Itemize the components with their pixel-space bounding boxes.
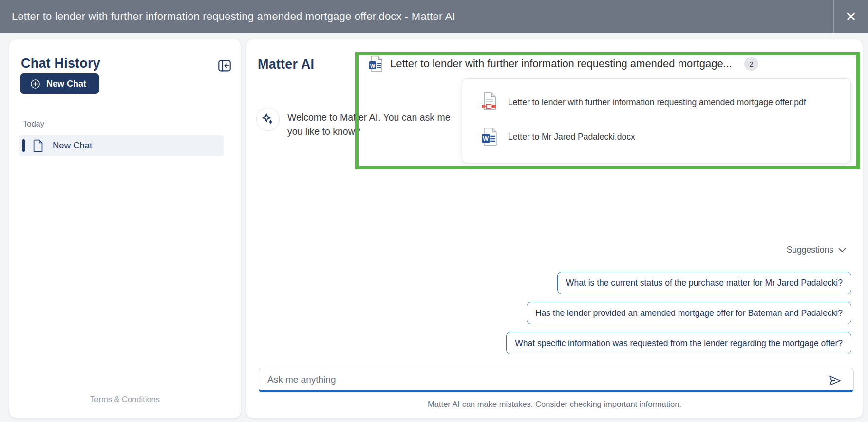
ask-input[interactable] xyxy=(259,368,854,392)
new-chat-button[interactable]: New Chat xyxy=(20,73,99,94)
attachment-count-badge[interactable]: 2 xyxy=(744,57,758,71)
word-file-icon: W xyxy=(368,55,383,72)
new-chat-button-label: New Chat xyxy=(46,79,86,89)
document-icon xyxy=(32,139,43,152)
send-button[interactable] xyxy=(825,373,845,388)
matter-ai-title: Matter AI xyxy=(258,57,314,72)
terms-and-conditions-link[interactable]: Terms & Conditions xyxy=(9,395,241,404)
attachment-item-pdf[interactable]: Letter to lender with further informatio… xyxy=(481,92,806,112)
window-title: Letter to lender with further informatio… xyxy=(12,10,455,23)
welcome-text-line2: you like to know? xyxy=(287,125,451,139)
suggestions-toggle[interactable]: Suggestions xyxy=(787,245,846,255)
disclaimer-text: Matter AI can make mistakes. Consider ch… xyxy=(246,400,863,409)
suggestion-button-1[interactable]: What is the current status of the purcha… xyxy=(557,272,851,294)
svg-text:W: W xyxy=(370,63,376,69)
chat-history-title: Chat History xyxy=(21,56,100,71)
chevron-down-icon xyxy=(838,248,846,253)
history-section-label: Today xyxy=(23,119,44,128)
attachments-dropdown: Letter to lender with further informatio… xyxy=(462,78,851,163)
pdf-file-icon xyxy=(481,92,497,112)
svg-text:W: W xyxy=(483,136,489,143)
attachment-name: Letter to lender with further informatio… xyxy=(508,97,806,108)
chat-item-label: New Chat xyxy=(53,140,92,151)
chat-history-panel: Chat History New Chat Today xyxy=(9,39,241,418)
assistant-avatar xyxy=(256,108,280,131)
active-chat-accent-bar xyxy=(22,139,25,152)
attached-document-title: Letter to lender with further informatio… xyxy=(390,57,732,70)
welcome-text-line1: Welcome to Matter AI. You can ask me xyxy=(287,110,451,125)
collapse-sidebar-button[interactable] xyxy=(216,58,233,75)
send-icon xyxy=(828,374,842,387)
close-icon: ✕ xyxy=(845,9,856,25)
window-titlebar: Letter to lender with further informatio… xyxy=(0,0,868,33)
suggestions-toggle-label: Suggestions xyxy=(787,245,833,255)
chat-history-item[interactable]: New Chat xyxy=(19,135,224,156)
attachment-name: Letter to Mr Jared Padalecki.docx xyxy=(508,132,635,142)
collapse-sidebar-icon xyxy=(217,58,232,75)
window-close-button[interactable]: ✕ xyxy=(834,0,868,33)
attached-document-header[interactable]: W Letter to lender with further informat… xyxy=(368,55,758,72)
suggestion-button-2[interactable]: Has the lender provided an amended mortg… xyxy=(527,302,851,324)
plus-circle-icon xyxy=(30,79,40,89)
assistant-welcome-message: Welcome to Matter AI. You can ask me you… xyxy=(256,108,451,139)
word-file-icon: W xyxy=(481,127,497,147)
sparkles-icon xyxy=(262,113,274,126)
suggestion-button-3[interactable]: What specific information was requested … xyxy=(506,332,851,354)
attachment-item-docx[interactable]: W Letter to Mr Jared Padalecki.docx xyxy=(481,127,635,147)
